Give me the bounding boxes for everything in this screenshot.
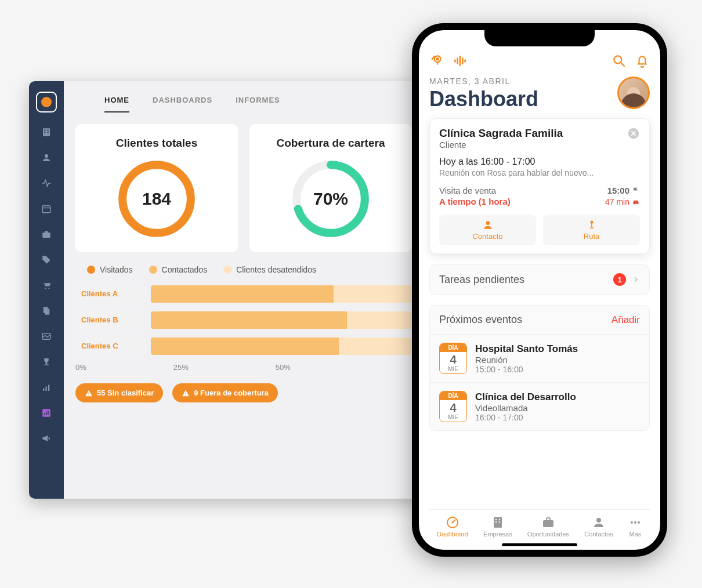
sidebar-trophy-icon[interactable] (41, 356, 52, 368)
event-time: 15:00 - 16:00 (475, 365, 578, 374)
event-name: Hospital Santo Tomás (475, 343, 578, 355)
location-icon[interactable] (429, 53, 444, 71)
svg-rect-14 (46, 362, 48, 365)
svg-rect-29 (186, 394, 186, 395)
route-button[interactable]: Ruta (543, 215, 640, 245)
sidebar-docs-icon[interactable] (41, 305, 52, 317)
svg-rect-8 (42, 233, 50, 238)
sidebar-megaphone-icon[interactable] (41, 433, 52, 444)
nav-label: Dashboard (437, 531, 468, 538)
svg-rect-51 (543, 520, 553, 527)
gauge-icon (446, 516, 459, 529)
tab-home[interactable]: HOME (104, 96, 129, 112)
legend-visited: Visitados (87, 265, 133, 274)
task-count-badge: 1 (613, 273, 626, 286)
phone-notch (484, 29, 595, 46)
day-label: DÍA (440, 391, 466, 400)
bar-label: Clientes A (75, 285, 145, 303)
svg-rect-21 (46, 412, 47, 415)
sound-wave-icon[interactable] (453, 53, 468, 71)
sidebar-companies-icon[interactable] (41, 126, 52, 138)
legend-label: Contactados (162, 265, 208, 274)
bar-row-c: Clientes C (75, 337, 412, 355)
svg-point-53 (631, 521, 633, 524)
chip-unclassified[interactable]: 55 Sin clasificar (75, 383, 163, 402)
card-total-clients: Clientes totales 184 (75, 124, 238, 252)
desktop-window: HOME DASHBOARDS INFORMES Clientes totale… (29, 81, 424, 499)
sidebar-calendar-icon[interactable] (41, 203, 52, 215)
flag-icon (632, 187, 640, 195)
section-title: Tareas pendientes (439, 274, 524, 286)
bell-icon[interactable] (635, 53, 650, 71)
search-icon[interactable] (611, 53, 627, 71)
sidebar-tag-icon[interactable] (41, 254, 52, 266)
ring-total-clients: 184 (116, 158, 197, 239)
svg-point-45 (452, 522, 454, 524)
nav-dashboard[interactable]: Dashboard (437, 516, 468, 538)
day-of-week: MIE (440, 414, 466, 422)
sidebar-contacts-icon[interactable] (41, 152, 52, 164)
pending-tasks-section[interactable]: Tareas pendientes 1 (429, 264, 650, 295)
svg-rect-3 (44, 132, 45, 133)
day-label: DÍA (440, 343, 466, 352)
svg-point-40 (634, 203, 635, 204)
nav-contacts[interactable]: Contactos (584, 516, 613, 538)
bar-row-b: Clientes B (75, 311, 412, 329)
svg-rect-28 (186, 392, 186, 394)
event-item[interactable]: DÍA 4 MIE Hospital Santo Tomás Reunión 1… (430, 334, 649, 382)
sidebar-analytics-icon[interactable] (41, 407, 52, 419)
svg-point-52 (596, 518, 601, 522)
nav-companies[interactable]: Empresas (483, 516, 512, 538)
sidebar-briefcase-icon[interactable] (41, 228, 52, 240)
bar-label: Clientes C (75, 337, 145, 355)
svg-point-37 (614, 56, 621, 63)
person-icon (592, 516, 606, 529)
svg-rect-17 (46, 387, 47, 391)
visit-status: A tiempo (1 hora) (439, 197, 511, 206)
sidebar (29, 81, 64, 499)
visit-when: Hoy a las 16:00 - 17:00 (439, 157, 640, 167)
svg-rect-4 (48, 132, 49, 133)
car-icon (632, 198, 640, 206)
bar-label: Clientes B (75, 311, 145, 329)
svg-rect-16 (43, 389, 44, 391)
svg-rect-22 (48, 411, 49, 415)
svg-rect-12 (45, 308, 50, 315)
tab-reports[interactable]: INFORMES (236, 96, 280, 112)
add-event-button[interactable]: Añadir (611, 314, 640, 326)
tab-dashboards[interactable]: DASHBOARDS (153, 96, 212, 112)
bottom-nav: Dashboard Empresas Oportunidades Contact… (429, 509, 650, 541)
home-indicator[interactable] (502, 543, 577, 546)
legend-label: Visitados (100, 265, 133, 274)
app-logo-icon[interactable] (36, 92, 57, 112)
sidebar-activity-icon[interactable] (41, 177, 52, 189)
contact-button[interactable]: Contacto (439, 215, 536, 245)
svg-rect-47 (495, 519, 497, 520)
event-item[interactable]: DÍA 4 MIE Clínica del Desarrollo Videoll… (430, 382, 649, 430)
legend-contacted: Contactados (149, 265, 208, 274)
svg-rect-6 (42, 206, 50, 213)
svg-point-10 (48, 288, 49, 289)
day-number: 4 (440, 352, 466, 366)
briefcase-icon (541, 516, 555, 529)
tick: 25% (173, 363, 189, 372)
svg-point-5 (45, 154, 48, 158)
phone-frame: MARTES, 3 ABRIL Dashboard Clínica Sagrad… (412, 23, 667, 557)
svg-rect-18 (48, 385, 49, 391)
event-date-badge: DÍA 4 MIE (439, 343, 467, 374)
nav-more[interactable]: Más (628, 516, 642, 538)
chip-out-of-coverage[interactable]: 9 Fuera de cobertura (172, 383, 278, 402)
tabs: HOME DASHBOARDS INFORMES (75, 81, 412, 112)
ring-value: 70% (290, 158, 371, 239)
sidebar-stats-icon[interactable] (41, 382, 52, 393)
close-icon[interactable] (627, 127, 640, 142)
chart-legend: Visitados Contactados Clientes desatendi… (75, 265, 412, 274)
nav-opportunities[interactable]: Oportunidades (527, 516, 569, 538)
card-title: Clientes totales (81, 137, 232, 150)
chevron-right-icon (632, 275, 640, 284)
button-label: Contacto (472, 232, 502, 241)
visit-card[interactable]: Clínica Sagrada Familia Cliente Hoy a la… (429, 118, 650, 254)
sidebar-cart-icon[interactable] (41, 280, 52, 291)
sidebar-image-icon[interactable] (41, 331, 52, 342)
user-avatar[interactable] (617, 77, 650, 109)
